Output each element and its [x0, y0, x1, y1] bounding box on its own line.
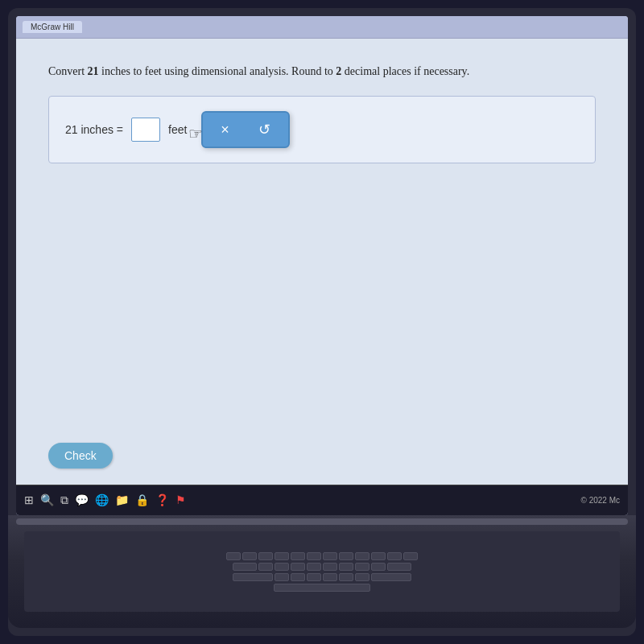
answer-box: 21 inches = feet × ↺ ☞ [48, 96, 596, 163]
key [403, 552, 418, 560]
tab-bar: McGraw Hill [23, 21, 82, 33]
key [275, 563, 289, 571]
key-row-1 [226, 552, 418, 560]
browser-top: McGraw Hill [16, 16, 628, 39]
reset-button[interactable]: ↺ [254, 118, 275, 142]
key [323, 573, 337, 581]
key [291, 552, 305, 560]
problem-text: Convert 21 inches to feet using dimensio… [48, 63, 596, 80]
laptop-outer: McGraw Hill Convert 21 inches to feet us… [8, 8, 636, 636]
key [275, 552, 289, 560]
taskbar: ⊞ 🔍 ⧉ 💬 🌐 📁 🔒 ❓ ⚑ © 2022 Mc [16, 485, 628, 515]
screen: McGraw Hill Convert 21 inches to feet us… [16, 16, 628, 515]
help-icon[interactable]: ❓ [155, 493, 169, 507]
key [242, 552, 257, 560]
laptop-hinge [16, 518, 628, 525]
taskbar-copyright: © 2022 Mc [580, 496, 620, 505]
key [387, 552, 402, 560]
key [339, 573, 353, 581]
search-icon[interactable]: 🔍 [40, 493, 54, 507]
key [233, 563, 257, 571]
key [258, 563, 273, 571]
key [307, 573, 321, 581]
key [387, 563, 411, 571]
cursor-icon: ☞ [188, 124, 203, 143]
laptop-body [8, 515, 636, 628]
key [233, 573, 273, 581]
key [307, 552, 321, 560]
empty-area [48, 180, 596, 427]
key-row-3 [233, 573, 411, 581]
check-button[interactable]: Check [48, 443, 113, 469]
taskbar-left: ⊞ 🔍 ⧉ 💬 🌐 📁 🔒 ❓ ⚑ [24, 493, 186, 507]
key [339, 552, 353, 560]
equation-label: 21 inches = [65, 123, 123, 136]
key [339, 563, 353, 571]
key [371, 573, 411, 581]
key [291, 563, 305, 571]
key [323, 563, 337, 571]
feet-label: feet [168, 123, 187, 136]
key [307, 563, 321, 571]
popup-buttons: × ↺ ☞ [201, 111, 290, 148]
key [371, 552, 386, 560]
content-area: Convert 21 inches to feet using dimensio… [16, 39, 628, 485]
key-row-4 [274, 584, 370, 592]
key [275, 573, 289, 581]
answer-input[interactable] [131, 118, 160, 142]
key-row-2 [233, 563, 411, 571]
key [258, 552, 273, 560]
taskview-icon[interactable]: ⧉ [60, 494, 68, 507]
folder-icon[interactable]: 📁 [115, 493, 129, 507]
edge-icon[interactable]: 🌐 [95, 493, 109, 507]
clear-button[interactable]: × [216, 118, 234, 142]
windows-icon[interactable]: ⊞ [24, 493, 34, 507]
key [323, 552, 337, 560]
key [355, 573, 369, 581]
browser-tab[interactable]: McGraw Hill [23, 21, 82, 33]
key [355, 563, 369, 571]
chat-icon[interactable]: 💬 [75, 493, 89, 507]
copyright-text: © 2022 Mc [580, 496, 620, 505]
key [355, 552, 369, 560]
key [291, 573, 305, 581]
key [226, 552, 241, 560]
keyboard-area [24, 531, 620, 612]
notification-icon[interactable]: ⚑ [175, 493, 186, 507]
key [371, 563, 386, 571]
spacebar-key [274, 584, 370, 592]
lock-icon[interactable]: 🔒 [135, 493, 149, 507]
